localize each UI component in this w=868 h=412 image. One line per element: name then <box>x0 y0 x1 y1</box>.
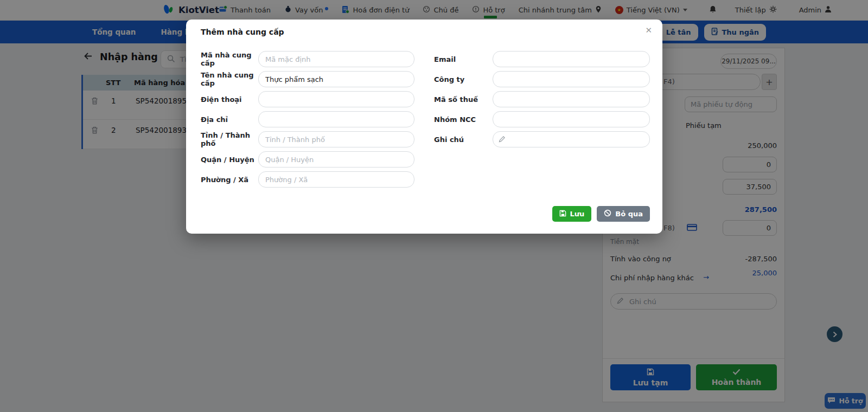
email-input[interactable] <box>493 51 650 67</box>
add-supplier-modal: Thêm nhà cung cấp ✕ Mã nhà cung cấp Tên … <box>186 20 662 234</box>
tax-code-input[interactable] <box>493 91 650 107</box>
supplier-group-input[interactable] <box>493 111 650 127</box>
field-label: Email <box>434 55 493 63</box>
field-label: Điện thoại <box>201 95 258 104</box>
field-label: Công ty <box>434 75 493 83</box>
field-label: Tên nhà cung cấp <box>201 71 258 87</box>
field-label: Địa chỉ <box>201 115 258 124</box>
cancel-label: Bỏ qua <box>615 210 643 218</box>
pencil-icon <box>499 134 506 145</box>
supplier-note-field[interactable] <box>493 131 650 147</box>
address-input[interactable] <box>258 111 414 127</box>
supplier-code-input[interactable] <box>258 51 414 67</box>
save-label: Lưu <box>570 210 585 218</box>
ban-icon <box>604 209 611 218</box>
field-label: Quận / Huyện <box>201 156 258 164</box>
supplier-note-input[interactable] <box>509 132 644 146</box>
floppy-icon <box>559 210 566 218</box>
phone-input[interactable] <box>258 91 414 107</box>
ward-input[interactable] <box>258 171 414 188</box>
field-label: Nhóm NCC <box>434 115 493 124</box>
close-icon[interactable]: ✕ <box>643 24 654 37</box>
save-button[interactable]: Lưu <box>552 206 592 222</box>
cancel-button[interactable]: Bỏ qua <box>597 206 650 222</box>
field-label: Ghi chú <box>434 136 493 144</box>
province-input[interactable] <box>258 131 414 147</box>
field-label: Mã số thuế <box>434 95 493 104</box>
modal-title: Thêm nhà cung cấp <box>201 28 284 36</box>
field-label: Phường / Xã <box>201 176 258 184</box>
district-input[interactable] <box>258 151 414 168</box>
supplier-name-input[interactable] <box>258 71 414 87</box>
field-label: Mã nhà cung cấp <box>201 51 258 67</box>
company-input[interactable] <box>493 71 650 87</box>
field-label: Tỉnh / Thành phố <box>201 131 258 147</box>
